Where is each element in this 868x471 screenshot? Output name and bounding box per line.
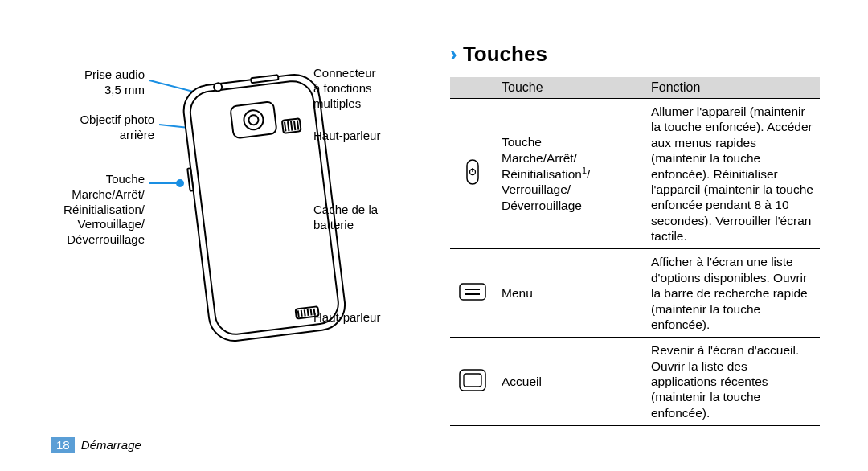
power-icon (450, 99, 495, 249)
svg-line-29 (305, 309, 305, 316)
svg-point-33 (214, 83, 223, 92)
page-footer: 18 Démarrage (51, 438, 141, 452)
label-speaker-bottom: Haut-parleur (313, 310, 380, 326)
key-name: Accueil (495, 338, 645, 426)
key-fn: Revenir à l'écran d'accueil. Ouvrir la l… (645, 338, 820, 426)
th-key: Touche (495, 77, 645, 99)
svg-rect-40 (465, 293, 480, 295)
keys-table: Touche Fonction ToucheMarche/Arrêt/Réini… (450, 77, 820, 426)
svg-line-30 (308, 309, 309, 316)
th-fn: Fonction (645, 77, 820, 99)
page-number: 18 (51, 437, 75, 453)
svg-rect-39 (465, 289, 480, 290)
label-battery-cover: Cache de labatterie (313, 203, 378, 233)
label-speaker-top: Haut-parleur (313, 129, 380, 144)
key-name: ToucheMarche/Arrêt/Réinitialisation1/Ver… (495, 99, 645, 249)
table-row: Accueil Revenir à l'écran d'accueil. Ouv… (450, 338, 820, 426)
label-audio-jack: Prise audio3,5 mm (48, 68, 145, 98)
svg-line-27 (298, 310, 299, 317)
svg-point-18 (248, 115, 259, 125)
svg-line-28 (301, 310, 302, 317)
device-diagram: Prise audio3,5 mm Objectif photoarrière … (48, 56, 402, 410)
key-fn: Afficher à l'écran une liste d'options d… (645, 249, 820, 338)
svg-line-31 (311, 309, 312, 315)
table-row: ToucheMarche/Arrêt/Réinitialisation1/Ver… (450, 99, 820, 249)
svg-rect-38 (460, 284, 485, 300)
key-fn: Allumer l'appareil (maintenir la touche … (645, 99, 820, 249)
home-icon (450, 338, 495, 426)
label-connector: Connecteurà fonctionsmultiples (313, 66, 376, 111)
table-row: Menu Afficher à l'écran une liste d'opti… (450, 249, 820, 338)
th-icon (450, 77, 495, 99)
svg-point-5 (177, 180, 183, 186)
footer-section: Démarrage (81, 438, 141, 452)
key-name: Menu (495, 249, 645, 338)
label-rear-camera: Objectif photoarrière (48, 113, 154, 143)
label-power-key: ToucheMarche/Arrêt/Réinitialisation/Verr… (48, 172, 145, 248)
menu-icon (450, 249, 495, 338)
